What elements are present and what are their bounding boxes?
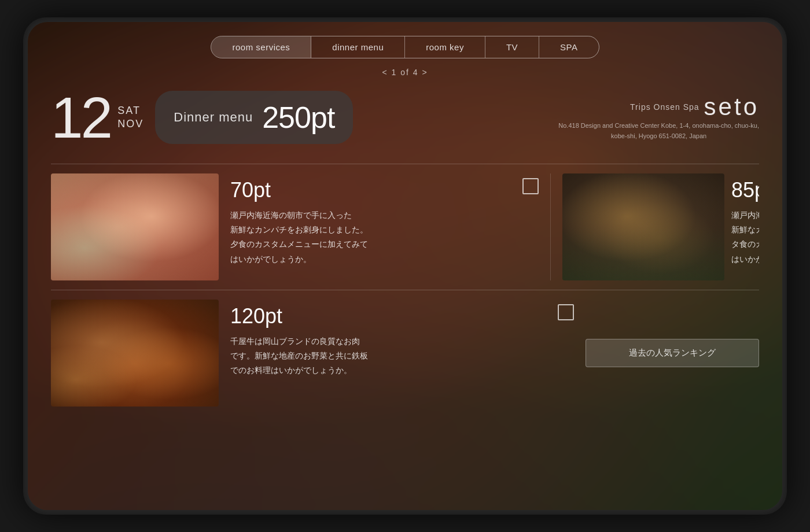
tab-room-services[interactable]: room services <box>211 36 311 58</box>
date-text: SAT NOV <box>117 105 143 130</box>
ranking-section: 過去の人気ランキング <box>586 300 759 407</box>
menu-item-2: 85pt 瀬戸内海近新鮮なカンタ食のカスはいかがで <box>551 173 759 280</box>
dinner-pts: 250pt <box>262 100 334 135</box>
hotel-sub-name: Trips Onsen Spa <box>630 102 699 112</box>
hotel-address: No.418 Design and Creative Center Kobe, … <box>558 121 759 141</box>
tablet-frame: room services dinner menu room key TV SP… <box>23 17 787 515</box>
steak-image <box>51 300 219 407</box>
ranking-button[interactable]: 過去の人気ランキング <box>586 339 759 367</box>
menu-item-1-desc: 瀬戸内海近海の朝市で手に入った新鮮なカンパチをお刺身にしました。夕食のカスタムメ… <box>230 208 539 267</box>
menu-item-3-desc: 千屋牛は岡山ブランドの良質なお肉です。新鮮な地産のお野菜と共に鉄板でのお料理はい… <box>230 334 574 378</box>
menu-item-2-pts: 85pt <box>731 178 759 202</box>
tab-room-key[interactable]: room key <box>405 36 485 58</box>
top-items-row: 70pt 瀬戸内海近海の朝市で手に入った新鮮なカンパチをお刺身にしました。夕食の… <box>51 164 759 290</box>
tab-dinner-menu[interactable]: dinner menu <box>311 36 405 58</box>
pagination[interactable]: < 1 of 4 > <box>51 68 759 77</box>
sashimi-image <box>51 173 219 280</box>
hotel-main-name: seto <box>704 93 759 121</box>
hotel-info: Trips Onsen Spa seto No.418 Design and C… <box>558 93 759 141</box>
menu-item-2-desc: 瀬戸内海近新鮮なカンタ食のカスはいかがで <box>731 208 759 267</box>
date-block: 12 SAT NOV <box>51 88 143 146</box>
main-content: room services dinner menu room key TV SP… <box>28 22 782 510</box>
date-number: 12 <box>51 88 111 146</box>
menu-item-1-image <box>51 173 219 280</box>
nav-tabs: room services dinner menu room key TV SP… <box>211 36 599 58</box>
menu-item-1-checkbox[interactable] <box>522 178 539 194</box>
nav-bar: room services dinner menu room key TV SP… <box>51 36 759 58</box>
menu-item-3-details: 120pt 千屋牛は岡山ブランドの良質なお肉です。新鮮な地産のお野菜と共に鉄板で… <box>230 300 574 383</box>
menu-item-3: 120pt 千屋牛は岡山ブランドの良質なお肉です。新鮮な地産のお野菜と共に鉄板で… <box>51 300 574 407</box>
menu-item-1: 70pt 瀬戸内海近海の朝市で手に入った新鮮なカンパチをお刺身にしました。夕食の… <box>51 173 551 280</box>
month-label: NOV <box>117 118 143 130</box>
tab-spa[interactable]: SPA <box>539 36 598 58</box>
header-row: 12 SAT NOV Dinner menu 250pt Trips Onsen… <box>51 88 759 146</box>
bottom-row: 120pt 千屋牛は岡山ブランドの良質なお肉です。新鮮な地産のお野菜と共に鉄板で… <box>51 290 759 416</box>
dinner-badge: Dinner menu 250pt <box>155 91 353 144</box>
sesame-image <box>562 173 724 280</box>
menu-item-3-checkbox[interactable] <box>558 304 574 320</box>
menu-item-3-image <box>51 300 219 407</box>
hotel-brand: Trips Onsen Spa seto <box>558 93 759 121</box>
tablet-screen: room services dinner menu room key TV SP… <box>28 22 782 510</box>
hotel-address-line1: No.418 Design and Creative Center Kobe, … <box>558 121 759 131</box>
dinner-menu-label: Dinner menu <box>174 110 253 125</box>
menu-item-2-image <box>562 173 724 280</box>
menu-item-1-pts: 70pt <box>230 178 539 202</box>
tab-tv[interactable]: TV <box>485 36 539 58</box>
menu-item-2-details: 85pt 瀬戸内海近新鮮なカンタ食のカスはいかがで <box>731 173 759 280</box>
day-label: SAT <box>117 105 143 117</box>
menu-section: 70pt 瀬戸内海近海の朝市で手に入った新鮮なカンパチをお刺身にしました。夕食の… <box>51 164 759 416</box>
menu-item-3-pts: 120pt <box>230 304 574 328</box>
menu-item-1-details: 70pt 瀬戸内海近海の朝市で手に入った新鮮なカンパチをお刺身にしました。夕食の… <box>230 173 539 271</box>
hotel-address-line2: kobe-shi, Hyogo 651-0082, Japan <box>558 131 759 142</box>
